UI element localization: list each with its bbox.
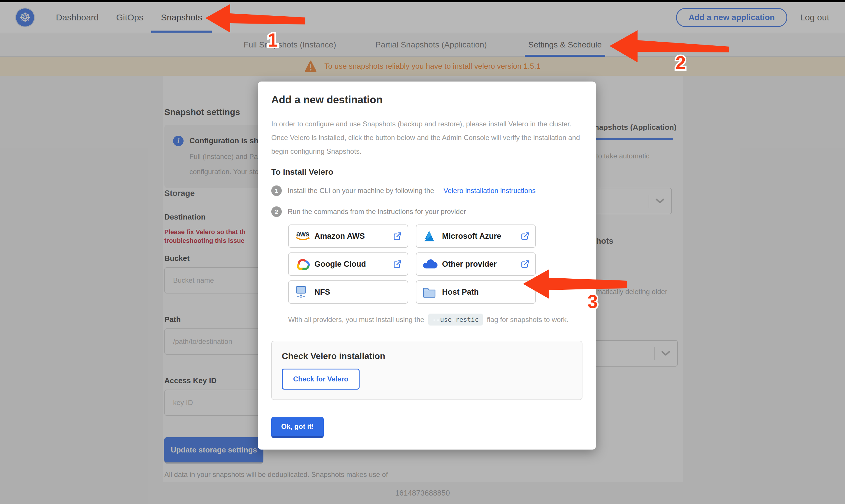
step-1-badge: 1	[271, 185, 282, 196]
external-link-icon	[521, 232, 529, 240]
check-velero-panel: Check Velero installation Check for Vele…	[271, 341, 582, 400]
provider-other-button[interactable]: Other provider	[416, 252, 536, 276]
step-1-text: Install the CLI on your machine by follo…	[287, 187, 434, 195]
check-for-velero-button[interactable]: Check for Velero	[282, 368, 359, 390]
step-2-text: Run the commands from the instructions f…	[287, 208, 466, 216]
app-root: ☸ Dashboard GitOps Snapshots Add a new a…	[0, 0, 845, 504]
install-step-1: 1 Install the CLI on your machine by fol…	[271, 185, 582, 196]
ok-got-it-button[interactable]: Ok, got it!	[271, 417, 324, 438]
provider-google-cloud-button[interactable]: Google Cloud	[288, 252, 408, 276]
step-2-badge: 2	[271, 206, 282, 217]
external-link-icon	[521, 260, 529, 268]
cloud-icon	[422, 258, 442, 270]
azure-icon	[422, 230, 442, 242]
note-prefix: With all providers, you must install usi…	[288, 316, 424, 324]
aws-icon: aws	[295, 231, 314, 241]
provider-grid: aws Amazon AWS	[288, 224, 536, 304]
add-destination-modal: Add a new destination In order to config…	[258, 82, 596, 450]
folder-icon	[422, 286, 442, 298]
install-velero-heading: To install Velero	[271, 167, 582, 177]
use-restic-code-chip: --use-restic	[428, 313, 483, 325]
install-step-2: 2 Run the commands from the instructions…	[271, 206, 582, 217]
external-link-icon	[393, 232, 402, 240]
nfs-icon	[295, 285, 314, 299]
modal-title: Add a new destination	[271, 94, 582, 106]
note-suffix: flag for snapshots to work.	[487, 316, 568, 324]
check-velero-heading: Check Velero installation	[282, 351, 572, 361]
provider-nfs-button[interactable]: NFS	[288, 281, 408, 304]
restic-note: With all providers, you must install usi…	[288, 313, 582, 325]
screen-top-strip	[0, 0, 845, 2]
velero-instructions-link[interactable]: Velero installation instructions	[443, 187, 535, 195]
provider-host-path-button[interactable]: Host Path	[416, 281, 536, 304]
modal-description: In order to configure and use Snapshots …	[271, 117, 582, 158]
google-cloud-icon	[295, 258, 314, 270]
provider-microsoft-azure-button[interactable]: Microsoft Azure	[416, 224, 536, 248]
external-link-icon	[393, 260, 402, 268]
provider-amazon-aws-button[interactable]: aws Amazon AWS	[288, 224, 408, 248]
